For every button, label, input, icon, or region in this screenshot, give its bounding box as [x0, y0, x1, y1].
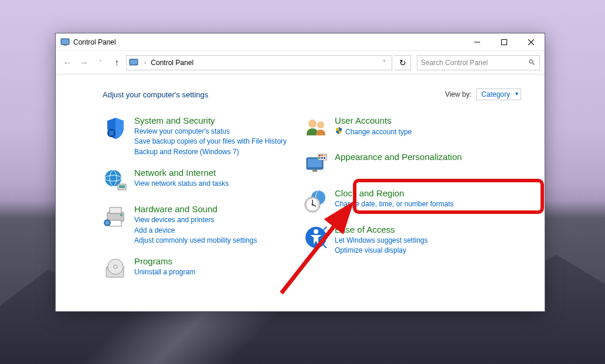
svg-point-43 [312, 204, 314, 206]
category-title[interactable]: Programs [134, 256, 195, 266]
category-link[interactable]: Uninstall a program [134, 267, 195, 277]
category-grid: System and Security Review your computer… [103, 115, 521, 282]
printer-icon [103, 204, 128, 230]
svg-rect-33 [321, 155, 323, 157]
svg-rect-36 [321, 157, 323, 159]
minimize-icon [474, 39, 480, 45]
globe-network-icon [103, 168, 128, 193]
minimize-button[interactable] [464, 33, 491, 50]
close-button[interactable] [518, 33, 545, 50]
clock-globe-icon [303, 188, 329, 214]
content-header: Adjust your computer's settings View by:… [103, 89, 521, 100]
search-box[interactable]: 🔍︎ [417, 55, 540, 70]
refresh-icon: ↻ [399, 58, 406, 67]
chevron-right-icon: › [143, 59, 147, 66]
svg-rect-35 [319, 157, 321, 159]
content-area: Adjust your computer's settings View by:… [56, 74, 545, 311]
svg-rect-14 [119, 185, 125, 188]
users-icon [303, 115, 329, 141]
svg-point-25 [114, 265, 117, 268]
category-title[interactable]: User Accounts [335, 115, 412, 125]
category-link[interactable]: Add a device [134, 226, 257, 236]
svg-point-18 [120, 214, 123, 216]
svg-rect-34 [324, 155, 325, 157]
window-title: Control Panel [73, 38, 116, 46]
category-link[interactable]: View network status and tasks [134, 179, 229, 189]
category-appearance: Appearance and Personalization [303, 152, 497, 178]
page-title: Adjust your computer's settings [103, 90, 208, 99]
category-link[interactable]: Backup and Restore (Windows 7) [134, 147, 287, 157]
refresh-button[interactable]: ↻ [395, 55, 411, 70]
view-by-control: View by: Category [445, 89, 521, 100]
close-icon [528, 39, 534, 45]
category-link[interactable]: Adjust commonly used mobility settings [134, 236, 257, 246]
category-hardware: Hardware and Sound View devices and prin… [103, 204, 296, 246]
nav-up-button[interactable]: ↑ [110, 56, 124, 70]
svg-rect-8 [130, 60, 137, 64]
svg-point-27 [317, 121, 324, 128]
navigation-bar: ← → ˅ ↑ › Control Panel ˅ ↻ 🔍︎ [56, 51, 545, 74]
svg-point-45 [314, 229, 318, 234]
svg-rect-10 [109, 131, 114, 135]
control-panel-window: Control Panel ← → ˅ ↑ › Control Panel ˅ [55, 33, 545, 312]
category-ease-of-access: Ease of Access Let Windows suggest setti… [303, 224, 497, 256]
category-clock-region: Clock and Region Change date, time, or n… [303, 188, 497, 214]
svg-rect-1 [62, 39, 69, 44]
titlebar: Control Panel [56, 33, 545, 51]
category-link[interactable]: View devices and printers [134, 215, 257, 225]
svg-rect-32 [319, 155, 321, 157]
view-by-label: View by: [445, 90, 471, 98]
search-icon: 🔍︎ [528, 58, 536, 67]
category-title[interactable]: Appearance and Personalization [335, 152, 462, 162]
address-dropdown-button[interactable]: ˅ [379, 59, 389, 66]
ease-of-access-icon [303, 224, 329, 250]
nav-forward-button[interactable]: → [77, 56, 91, 70]
control-panel-icon [60, 38, 70, 47]
window-controls [464, 33, 545, 50]
search-input[interactable] [421, 59, 536, 67]
breadcrumb-item[interactable]: Control Panel [151, 59, 193, 67]
category-link[interactable]: Let Windows suggest settings [335, 236, 428, 246]
svg-rect-2 [63, 45, 67, 46]
category-programs: Programs Uninstall a program [103, 256, 296, 282]
category-title[interactable]: Hardware and Sound [134, 204, 257, 214]
category-system-security: System and Security Review your computer… [103, 115, 296, 157]
maximize-icon [501, 39, 507, 45]
address-icon [129, 58, 140, 67]
svg-rect-37 [324, 157, 325, 159]
category-network: Network and Internet View network status… [103, 168, 296, 193]
nav-back-button[interactable]: ← [60, 56, 74, 70]
category-user-accounts: User Accounts Change account type [303, 115, 497, 141]
category-link[interactable]: Save backup copies of your files with Fi… [134, 137, 287, 147]
category-title[interactable]: Ease of Access [335, 224, 428, 234]
svg-point-20 [106, 221, 109, 224]
nav-recent-dropdown[interactable]: ˅ [93, 56, 107, 70]
shield-icon [103, 115, 128, 141]
address-bar[interactable]: › Control Panel ˅ [126, 55, 392, 70]
view-by-dropdown[interactable]: Category [476, 89, 521, 100]
category-title[interactable]: Clock and Region [335, 188, 454, 198]
svg-point-26 [308, 120, 317, 128]
uac-shield-icon [335, 127, 343, 138]
maximize-button[interactable] [491, 33, 518, 50]
category-title[interactable]: System and Security [134, 115, 287, 125]
svg-rect-17 [110, 220, 121, 226]
svg-rect-16 [110, 207, 121, 213]
category-link[interactable]: Change date, time, or number formats [335, 199, 454, 209]
category-link[interactable]: Optimize visual display [335, 246, 428, 256]
svg-rect-30 [312, 169, 317, 172]
category-title[interactable]: Network and Internet [134, 168, 229, 178]
category-link[interactable]: Review your computer's status [134, 127, 287, 137]
svg-rect-4 [502, 39, 507, 45]
monitor-palette-icon [303, 152, 329, 178]
category-link[interactable]: Change account type [335, 127, 412, 138]
disc-icon [103, 256, 128, 282]
